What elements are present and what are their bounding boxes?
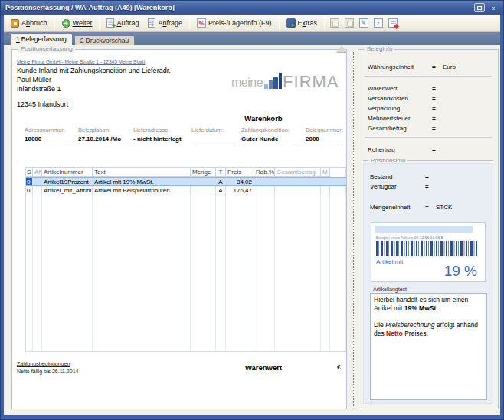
app-window: Positionserfassung / WA-Auftrag (A49) [W… xyxy=(0,0,504,420)
panel-splitter[interactable] xyxy=(353,52,354,406)
group-legend: Beleginfo xyxy=(365,45,394,53)
adressnummer-value[interactable]: 10000 xyxy=(25,136,70,146)
toolbar-separator xyxy=(189,17,190,29)
address-line: Kunde Inland mit Zahlungskondition und L… xyxy=(17,67,171,74)
table-header-row: S AN Artikelnummer Text Menge T Preis Ra… xyxy=(26,167,346,177)
order-document-icon xyxy=(106,18,114,28)
info-row-waehrungseinheit: Währungseinheit=Euro xyxy=(368,64,492,72)
document-flag-button[interactable] xyxy=(386,17,399,30)
belegnummer-value[interactable]: 2000 xyxy=(306,136,342,146)
field-belegdatum: Belegdatum: 27.10.2014 /Mo xyxy=(78,126,126,146)
section-divider xyxy=(17,162,342,162)
cancel-icon xyxy=(11,19,19,28)
zahlungskondition-value[interactable]: Guter Kunde xyxy=(241,136,298,146)
info-row-warenwert: Warenwert= xyxy=(368,85,492,94)
logo-bars-icon xyxy=(264,73,282,89)
lieferadresse-value[interactable]: - nicht hinterlegt xyxy=(133,136,184,146)
document-title: Warenkorb xyxy=(233,114,294,123)
window-disabled-icon xyxy=(330,18,339,28)
order-button[interactable]: Auftrag xyxy=(103,17,142,29)
title-bar: Positionserfassung / WA-Auftrag (A49) [W… xyxy=(1,1,503,15)
group-legend: Positionserfassung xyxy=(18,45,75,53)
toolbar-separator xyxy=(279,17,280,29)
inquiry-button[interactable]: Anfrage xyxy=(144,17,186,29)
info-divider xyxy=(365,76,492,77)
abort-button[interactable]: Abbruch xyxy=(7,18,51,29)
extras-icon xyxy=(286,18,296,28)
address-line: Inlandstraße 1 xyxy=(17,85,61,93)
toolbar-separator xyxy=(54,17,55,29)
extras-button[interactable]: Extras xyxy=(283,17,322,29)
barcode-icon xyxy=(376,241,477,256)
field-adressnummer: Adressnummer: 10000 xyxy=(25,126,70,146)
info-row-mehrwertsteuer: Mehrwertsteuer= xyxy=(368,115,492,123)
longtext-box[interactable]: Hierbei handelt es sich um einen Artikel… xyxy=(370,293,487,400)
note-edit-button[interactable]: ✎ xyxy=(357,17,370,30)
window-title: Positionserfassung / WA-Auftrag (A49) [W… xyxy=(5,4,175,11)
inquiry-document-icon xyxy=(148,18,155,28)
info-button[interactable]: i xyxy=(371,17,385,30)
info-row-gesamtbetrag: Gesamtbetrag= xyxy=(368,125,492,133)
info-row-bestand: Bestand= xyxy=(370,173,488,182)
next-button[interactable]: ➜ Weiter xyxy=(58,18,97,29)
tab-strip: 1Belegerfassung 2Druckvorschau xyxy=(4,32,500,45)
window-disabled-icon xyxy=(345,18,354,28)
app-body: Abbruch ➜ Weiter Auftrag Anfrage % Preis… xyxy=(4,15,500,415)
longtext-paragraph: Die Preisberechnung erfolgt anhand des N… xyxy=(374,321,483,338)
main-content: Positionserfassung Meine Firma GmbH - Me… xyxy=(4,46,500,415)
document-red-flag-icon xyxy=(388,18,398,28)
price-stock-info-icon: % xyxy=(197,18,206,28)
positions-table: S AN Artikelnummer Text Menge T Preis Ra… xyxy=(25,167,346,352)
tab-druckvorschau[interactable]: 2Druckvorschau xyxy=(74,35,135,45)
page-fold-icon xyxy=(336,45,347,52)
payment-terms-text: Netto fällig bis 26.11.2014 xyxy=(17,369,78,374)
preview-caption: Beispiel eines Artikels 00:12:56:31:98 B xyxy=(376,235,483,240)
field-lieferadresse: Lieferadresse: - nicht hinterlegt xyxy=(133,126,184,146)
currency-symbol: € xyxy=(337,363,341,371)
positionsinfo-panel: Bestand= Verfügbar= Mengeneinheit=STCK B… xyxy=(363,163,493,404)
belegdatum-value[interactable]: 27.10.2014 /Mo xyxy=(78,136,126,146)
toolbar-separator xyxy=(99,17,100,29)
preview-percent-text: 19 % xyxy=(444,263,477,280)
positionserfassung-group: Positionserfassung Meine Firma GmbH - Me… xyxy=(11,49,347,409)
info-row-mengeneinheit: Mengeneinheit=STCK xyxy=(370,204,488,212)
field-lieferdatum: Lieferdatum: xyxy=(191,126,234,143)
address-line: 12345 Inlandsort xyxy=(17,100,68,108)
info-icon: i xyxy=(374,18,383,28)
info-divider xyxy=(365,137,492,138)
table-row[interactable]: 0 Artikel19Prozent Artikel mit 19% MwSt.… xyxy=(26,177,346,186)
info-row-versandkosten: Versandkosten= xyxy=(368,95,492,103)
beleginfo-group: Beleginfo Währungseinheit=Euro Warenwert… xyxy=(358,49,499,409)
sender-line: Meine Firma GmbH - Meine Straße 1 - 1234… xyxy=(17,59,145,64)
note-edit-icon: ✎ xyxy=(359,18,368,28)
longtext-label: Artikellangtext xyxy=(373,287,407,292)
longtext-paragraph: Hierbei handelt es sich um einen Artikel… xyxy=(374,296,483,313)
close-window-button[interactable]: x xyxy=(488,3,499,12)
layout-button-disabled[interactable] xyxy=(328,17,341,30)
tab-belegerfassung[interactable]: 1Belegerfassung xyxy=(10,34,73,45)
restore-icon xyxy=(477,6,482,10)
company-logo: meine FIRMA xyxy=(231,73,339,89)
forward-arrow-icon: ➜ xyxy=(62,19,70,28)
info-row-rohertrag: Rohertrag= xyxy=(368,146,492,155)
toolbar: Abbruch ➜ Weiter Auftrag Anfrage % Preis… xyxy=(4,15,500,32)
preview-header-strip xyxy=(375,226,473,233)
layout-button-disabled-2[interactable] xyxy=(342,17,355,30)
total-label: Warenwert xyxy=(233,363,294,372)
address-line: Paul Müller xyxy=(17,76,51,84)
restore-window-button[interactable] xyxy=(474,3,485,12)
lieferdatum-value[interactable] xyxy=(191,136,234,143)
info-row-verpackung: Verpackung= xyxy=(368,105,492,113)
table-row[interactable]: 0 Artikel_mit_Attribu Artikel mit Beispi… xyxy=(26,186,346,195)
article-preview-image: Beispiel eines Artikels 00:12:56:31:98 B… xyxy=(371,222,486,282)
field-zahlungskondition: Zahlungskondition: Guter Kunde xyxy=(241,126,298,146)
price-stock-info-button[interactable]: % Preis-/Lagerinfo (F9) xyxy=(193,17,276,29)
info-row-verfuegbar: Verfügbar= xyxy=(370,183,488,192)
table-empty-area xyxy=(26,195,346,352)
preview-text: Artikel mit xyxy=(376,258,403,265)
field-belegnummer: Belegnummer: 2000 xyxy=(306,126,342,146)
payment-terms-heading: Zahlungsbedingungen xyxy=(17,361,70,366)
toolbar-separator xyxy=(324,17,325,29)
